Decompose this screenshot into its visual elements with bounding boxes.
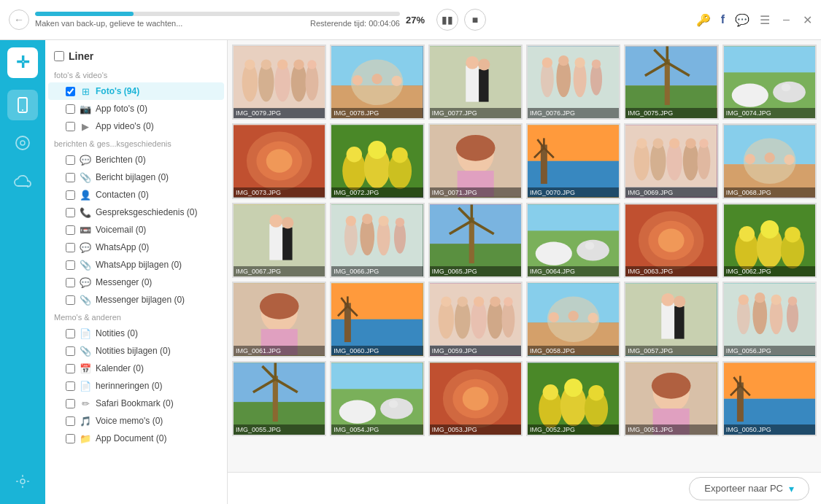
tree-item-messenger-bijlagen[interactable]: 📎 Messenger bijlagen (0) bbox=[48, 291, 224, 309]
photo-cell[interactable]: IMG_0059.JPG bbox=[428, 282, 523, 357]
nav-cloud[interactable] bbox=[7, 166, 38, 196]
svg-rect-106 bbox=[469, 217, 474, 263]
photo-label: IMG_0066.JPG bbox=[331, 266, 423, 276]
svg-point-154 bbox=[549, 312, 559, 322]
photo-cell[interactable]: IMG_0058.JPG bbox=[526, 282, 620, 357]
photo-cell[interactable]: IMG_0065.JPG bbox=[428, 203, 523, 278]
svg-point-161 bbox=[674, 296, 686, 308]
tree-item-app-document[interactable]: 📁 App Document (0) bbox=[48, 430, 224, 447]
photo-cell[interactable]: IMG_0057.JPG bbox=[624, 282, 718, 357]
checkbox-bericht-bijlagen[interactable] bbox=[66, 173, 75, 182]
nav-device[interactable] bbox=[7, 90, 38, 120]
tree-item-fotos[interactable]: ⊞ Foto's (94) bbox=[48, 82, 224, 100]
checkbox-herinneringen[interactable] bbox=[66, 381, 75, 391]
checkbox-notities-bijlagen[interactable] bbox=[66, 346, 75, 356]
menu-icon[interactable]: ☰ bbox=[760, 13, 770, 27]
tree-item-bericht-bijlagen[interactable]: 📎 Bericht bijlagen (0) bbox=[48, 168, 224, 186]
tree-item-voicemail[interactable]: 📼 Voicemail (0) bbox=[48, 221, 224, 239]
checkbox-app-fotos[interactable] bbox=[66, 104, 75, 114]
photo-cell[interactable]: IMG_0063.JPG bbox=[624, 203, 718, 278]
photo-cell[interactable]: IMG_0060.JPG bbox=[330, 282, 424, 357]
close-button[interactable]: ✕ bbox=[803, 13, 812, 27]
photo-cell[interactable]: IMG_0051.JPG bbox=[624, 361, 718, 436]
svg-rect-179 bbox=[331, 363, 423, 389]
key-icon[interactable]: 🔑 bbox=[696, 13, 711, 27]
photo-cell[interactable]: IMG_0064.JPG bbox=[526, 203, 620, 278]
photo-cell[interactable]: IMG_0071.JPG bbox=[428, 123, 523, 198]
tree-item-safari[interactable]: ✏ Safari Bookmark (0) bbox=[48, 395, 224, 412]
photo-cell[interactable]: IMG_0078.JPG bbox=[330, 44, 424, 120]
checkbox-voicemail[interactable] bbox=[66, 225, 75, 235]
svg-point-167 bbox=[738, 295, 748, 305]
tree-item-app-fotos[interactable]: 📷 App foto's (0) bbox=[48, 100, 224, 117]
chat-icon[interactable]: 💬 bbox=[735, 13, 749, 27]
svg-point-192 bbox=[543, 384, 558, 400]
contacten-label: Contacten (0) bbox=[96, 190, 217, 200]
tree-item-gespreksgeschiedenis[interactable]: 📞 Gespreksgeschiedenis (0) bbox=[48, 203, 224, 221]
tree-item-herinneringen[interactable]: 📄 herinneringen (0) bbox=[48, 377, 224, 395]
messenger-icon: 💬 bbox=[80, 276, 91, 288]
checkbox-app-videos[interactable] bbox=[66, 122, 75, 131]
photo-cell[interactable]: IMG_0050.JPG bbox=[722, 361, 817, 436]
photo-cell[interactable]: IMG_0052.JPG bbox=[526, 361, 620, 436]
checkbox-app-document[interactable] bbox=[66, 434, 75, 443]
checkbox-notities[interactable] bbox=[66, 329, 75, 338]
tree-item-app-videos[interactable]: ▶ App video's (0) bbox=[48, 117, 224, 135]
checkbox-messenger[interactable] bbox=[66, 278, 75, 287]
export-button[interactable]: Exporteer naar PC ▾ bbox=[689, 477, 809, 500]
photo-cell[interactable]: IMG_0053.JPG bbox=[428, 361, 523, 436]
checkbox-whatsapp-bijlagen[interactable] bbox=[66, 260, 75, 270]
photo-cell[interactable]: IMG_0069.JPG bbox=[624, 123, 718, 198]
checkbox-fotos[interactable] bbox=[66, 87, 75, 96]
checkbox-messenger-bijlagen[interactable] bbox=[66, 295, 75, 305]
checkbox-kalender[interactable] bbox=[66, 364, 75, 373]
tree-item-berichten[interactable]: 💬 Berichten (0) bbox=[48, 151, 224, 168]
tree-item-notities-bijlagen[interactable]: 📎 Notities bijlagen (0) bbox=[48, 342, 224, 360]
svg-point-59 bbox=[368, 141, 386, 159]
photo-cell[interactable]: IMG_0067.JPG bbox=[232, 203, 326, 278]
facebook-icon[interactable]: f bbox=[721, 13, 725, 26]
photo-cell[interactable]: IMG_0061.JPG bbox=[232, 282, 326, 357]
photo-cell[interactable]: IMG_0072.JPG bbox=[330, 123, 424, 198]
photo-cell[interactable]: IMG_0056.JPG bbox=[722, 282, 817, 357]
pause-button[interactable]: ▮▮ bbox=[436, 9, 458, 31]
minimize-button[interactable]: – bbox=[783, 13, 790, 26]
svg-point-193 bbox=[564, 379, 582, 397]
checkbox-berichten[interactable] bbox=[66, 155, 75, 165]
tree-item-voice-memos[interactable]: 🎵 Voice memo's (0) bbox=[48, 412, 224, 430]
photo-cell[interactable]: IMG_0062.JPG bbox=[722, 203, 817, 278]
left-panel: Liner foto's & video's ⊞ Foto's (94) 📷 A… bbox=[45, 40, 228, 504]
svg-point-60 bbox=[393, 147, 408, 163]
photo-cell[interactable]: IMG_0074.JPG bbox=[722, 44, 817, 120]
photo-cell[interactable]: IMG_0076.JPG bbox=[526, 44, 620, 120]
back-button[interactable]: ← bbox=[9, 9, 29, 30]
tree-item-whatsapp[interactable]: 💬 WhatsApp (0) bbox=[48, 239, 224, 256]
tree-item-kalender[interactable]: 📅 Kalender (0) bbox=[48, 360, 224, 377]
checkbox-whatsapp[interactable] bbox=[66, 243, 75, 252]
photo-cell[interactable]: IMG_0066.JPG bbox=[330, 203, 424, 278]
nav-music[interactable] bbox=[7, 128, 38, 158]
photo-cell[interactable]: IMG_0073.JPG bbox=[232, 123, 326, 198]
checkbox-gespreks[interactable] bbox=[66, 208, 75, 217]
photo-cell[interactable]: IMG_0054.JPG bbox=[330, 361, 424, 436]
tree-item-messenger[interactable]: 💬 Messenger (0) bbox=[48, 274, 224, 291]
tree-item-contacten[interactable]: 👤 Contacten (0) bbox=[48, 186, 224, 203]
photo-label: IMG_0062.JPG bbox=[724, 266, 815, 276]
sidebar-collapse[interactable] bbox=[45, 241, 60, 263]
checkbox-voice-memos[interactable] bbox=[66, 416, 75, 426]
checkbox-contacten[interactable] bbox=[66, 190, 75, 200]
svg-point-147 bbox=[474, 297, 484, 307]
photo-cell[interactable]: IMG_0055.JPG bbox=[232, 361, 326, 436]
photo-cell[interactable]: IMG_0068.JPG bbox=[722, 123, 817, 198]
checkbox-safari[interactable] bbox=[66, 399, 75, 408]
photo-cell[interactable]: IMG_0075.JPG bbox=[624, 44, 718, 120]
tree-item-notities[interactable]: 📄 Notities (0) bbox=[48, 325, 224, 342]
bericht-bijlagen-label: Bericht bijlagen (0) bbox=[96, 172, 217, 182]
nav-tools[interactable] bbox=[7, 466, 38, 497]
tree-item-whatsapp-bijlagen[interactable]: 📎 WhatsApp bijlagen (0) bbox=[48, 256, 224, 274]
photo-cell[interactable]: IMG_0077.JPG bbox=[428, 44, 523, 120]
stop-button[interactable]: ■ bbox=[464, 9, 486, 31]
photo-cell[interactable]: IMG_0070.JPG bbox=[526, 123, 620, 198]
panel-header-checkbox[interactable] bbox=[54, 51, 64, 61]
photo-cell[interactable]: IMG_0079.JPG bbox=[232, 44, 326, 120]
